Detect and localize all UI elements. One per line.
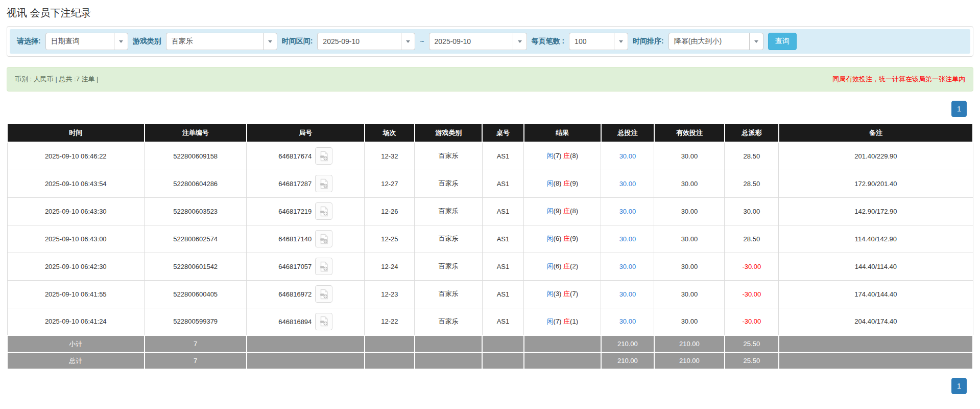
date-to-picker[interactable]: 2025-09-10 — [429, 33, 527, 50]
subtotal-total-bet: 210.00 — [601, 335, 654, 352]
total-bet-link[interactable]: 30.00 — [619, 180, 636, 188]
payout-cell: -30.00 — [725, 280, 779, 308]
total-bet-link[interactable]: 30.00 — [619, 208, 636, 215]
remark-cell: 174.40/144.40 — [779, 280, 973, 308]
result-banker-score: (9) — [570, 235, 578, 242]
remark-cell: 204.40/174.40 — [779, 308, 973, 335]
result-player-score: (6) — [554, 235, 562, 242]
result-player-score: (8) — [554, 179, 562, 187]
total-bet-link[interactable]: 30.00 — [619, 263, 636, 270]
page-1-button[interactable]: 1 — [951, 378, 967, 394]
result-banker-label: 庄 — [563, 207, 570, 215]
total-bet-link[interactable]: 30.00 — [619, 235, 636, 243]
query-type-dropdown[interactable]: 日期查询 — [45, 33, 128, 50]
result-cell: 闲(9) 庄(8) — [524, 197, 601, 225]
bet-id-cell: 522800599379 — [145, 308, 247, 335]
video-replay-button[interactable] — [315, 175, 332, 192]
video-replay-button[interactable] — [315, 285, 332, 303]
page-1-button[interactable]: 1 — [951, 101, 967, 117]
round-cell: 646817219 — [247, 197, 365, 225]
result-player-label: 闲 — [547, 235, 554, 242]
total-bet-link[interactable]: 30.00 — [619, 317, 636, 325]
round-id: 646817674 — [278, 152, 312, 160]
page-title: 视讯 会员下注纪录 — [7, 6, 973, 20]
round-cell: 646817140 — [247, 225, 365, 253]
result-player-score: (7) — [554, 152, 562, 160]
valid-bet-cell: 30.00 — [654, 170, 725, 197]
chevron-down-icon[interactable] — [749, 33, 763, 50]
remark-cell: 201.40/229.90 — [779, 142, 973, 170]
chevron-down-icon[interactable] — [263, 33, 277, 50]
total-bet-link[interactable]: 30.00 — [619, 152, 636, 160]
game-type-value: 百家乐 — [166, 37, 263, 46]
game-type-dropdown[interactable]: 百家乐 — [166, 33, 277, 50]
round-cell: 646816972 — [247, 280, 365, 308]
chevron-down-icon[interactable] — [513, 33, 527, 50]
video-replay-button[interactable] — [315, 313, 332, 330]
remark-cell: 144.40/114.40 — [779, 253, 973, 280]
subtotal-count: 7 — [145, 335, 247, 352]
valid-bet-cell: 30.00 — [654, 197, 725, 225]
table-row: 2025-09-10 06:41:24 522800599379 6468168… — [7, 308, 973, 335]
game-type-cell: 百家乐 — [415, 308, 482, 335]
result-player-label: 闲 — [547, 262, 554, 270]
bet-id-cell: 522800600405 — [145, 280, 247, 308]
payout-cell: 28.50 — [725, 225, 779, 253]
result-banker-score: (2) — [570, 262, 578, 270]
round-cell: 646816894 — [247, 308, 365, 335]
chevron-down-icon[interactable] — [401, 33, 415, 50]
game-type-cell: 百家乐 — [415, 280, 482, 308]
date-from-picker[interactable]: 2025-09-10 — [317, 33, 415, 50]
remark-cell: 172.90/201.40 — [779, 170, 973, 197]
result-banker-score: (8) — [570, 152, 578, 160]
page-size-dropdown[interactable]: 100 — [569, 33, 628, 50]
round-id: 646817219 — [278, 208, 312, 215]
video-replay-button[interactable] — [315, 258, 332, 275]
video-replay-button[interactable] — [315, 147, 332, 165]
bet-id-cell: 522800603523 — [145, 197, 247, 225]
session-cell: 12-22 — [365, 308, 415, 335]
round-id: 646816972 — [278, 290, 312, 298]
chevron-down-icon[interactable] — [114, 33, 128, 50]
filter-bar: 请选择: 日期查询 游戏类别 百家乐 时间区间: 2025-09-10 ~ 20… — [10, 29, 970, 54]
bet-id-cell: 522800609158 — [145, 142, 247, 170]
total-bet-link[interactable]: 30.00 — [619, 290, 636, 298]
time-cell: 2025-09-10 06:41:55 — [7, 280, 145, 308]
video-replay-button[interactable] — [315, 202, 332, 220]
search-button[interactable]: 查询 — [768, 33, 797, 50]
column-header-7: 总投注 — [601, 124, 654, 142]
result-player-label: 闲 — [547, 290, 554, 298]
session-cell: 12-27 — [365, 170, 415, 197]
session-cell: 12-25 — [365, 225, 415, 253]
payout-cell: 30.00 — [725, 197, 779, 225]
valid-bet-cell: 30.00 — [654, 142, 725, 170]
total-bet-cell: 30.00 — [601, 225, 654, 253]
column-header-2: 局号 — [247, 124, 365, 142]
payout-cell: 28.50 — [725, 142, 779, 170]
chevron-down-icon[interactable] — [614, 33, 628, 50]
game-type-cell: 百家乐 — [415, 142, 482, 170]
total-bet-cell: 30.00 — [601, 308, 654, 335]
payout-cell: -30.00 — [725, 308, 779, 335]
result-player-score: (9) — [554, 207, 562, 215]
video-file-icon — [319, 234, 329, 244]
result-banker-label: 庄 — [563, 152, 570, 160]
filter-panel: 请选择: 日期查询 游戏类别 百家乐 时间区间: 2025-09-10 ~ 20… — [7, 26, 973, 57]
session-cell: 12-26 — [365, 197, 415, 225]
sort-order-dropdown[interactable]: 降幂(由大到小) — [668, 33, 763, 50]
total-bet-cell: 30.00 — [601, 197, 654, 225]
total-bet-cell: 30.00 — [601, 170, 654, 197]
video-file-icon — [319, 151, 329, 162]
video-replay-button[interactable] — [315, 230, 332, 247]
result-cell: 闲(3) 庄(7) — [524, 280, 601, 308]
column-header-4: 游戏类别 — [415, 124, 482, 142]
page-size-label: 每页笔数 : — [532, 37, 565, 46]
remark-cell: 142.90/172.90 — [779, 197, 973, 225]
date-range-separator: ~ — [420, 37, 424, 46]
game-type-label: 游戏类别 — [133, 37, 161, 46]
valid-bet-cell: 30.00 — [654, 225, 725, 253]
subtotal-label: 小计 — [7, 335, 145, 352]
result-banker-score: (8) — [570, 207, 578, 215]
result-player-score: (7) — [554, 317, 562, 325]
total-bet-cell: 30.00 — [601, 253, 654, 280]
